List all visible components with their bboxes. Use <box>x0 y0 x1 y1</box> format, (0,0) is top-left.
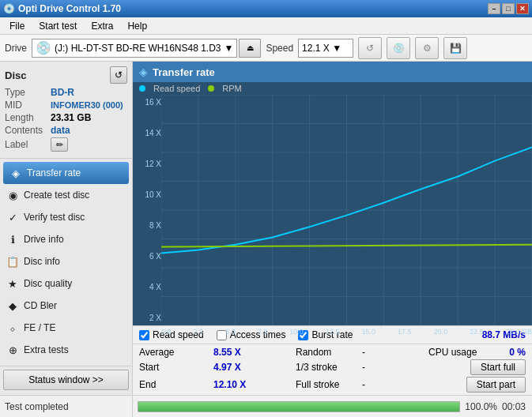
read-speed-legend-label: Read speed <box>153 84 200 93</box>
create-test-disc-icon: ◉ <box>6 189 19 201</box>
progress-percentage: 100.0% <box>465 401 497 412</box>
y-axis-labels: 16 X 14 X 12 X 10 X 8 X 6 X 4 X 2 X <box>133 95 161 325</box>
settings-button[interactable]: ⚙ <box>415 37 439 59</box>
status-window-label: Status window >> <box>28 374 104 385</box>
status-bar: Test completed 100.0% 00:03 <box>0 395 532 417</box>
x-label-7.5: 7.5 <box>258 328 268 336</box>
stats-row-2: Start 4.97 X 1/3 stroke - Start full <box>139 359 526 375</box>
speed-label: Speed <box>266 43 293 54</box>
end-label: End <box>139 379 210 390</box>
nav-item-fe-te[interactable]: ⬦ FE / TE <box>0 317 132 339</box>
disc-mid-label: MID <box>5 100 51 111</box>
y-label-10x: 10 X <box>133 190 161 199</box>
menu-bar: File Start test Extra Help <box>0 17 532 35</box>
stroke-1-3-value: - <box>362 362 425 373</box>
app-icon: 💿 <box>3 3 15 14</box>
menu-help[interactable]: Help <box>121 19 153 33</box>
disc-panel: Disc ↺ Type BD-R MID INFOMER30 (000) Len… <box>0 62 132 159</box>
x-label-25: 25.0 GB <box>506 328 532 336</box>
nav-item-extra-tests[interactable]: ⊕ Extra tests <box>0 339 132 361</box>
progress-bar-fill <box>138 402 459 411</box>
disc-mid-value: INFOMER30 (000) <box>51 100 123 110</box>
close-button[interactable]: ✕ <box>516 3 529 14</box>
y-label-16x: 16 X <box>133 98 161 107</box>
x-label-12.5: 12.5 <box>326 328 340 336</box>
stroke-1-3-label: 1/3 stroke <box>296 362 359 373</box>
y-label-6x: 6 X <box>133 252 161 261</box>
disc-type-label: Type <box>5 87 51 98</box>
disc-length-value: 23.31 GB <box>51 112 91 123</box>
transfer-rate-icon: ◈ <box>9 167 22 179</box>
progress-area: 100.0% 00:03 <box>133 396 532 417</box>
nav-item-transfer-rate[interactable]: ◈ Transfer rate <box>3 162 129 184</box>
menu-extra[interactable]: Extra <box>85 19 119 33</box>
random-value: - <box>362 347 425 358</box>
cd-bler-icon: ◆ <box>6 299 19 312</box>
disc-quality-icon: ★ <box>6 277 19 290</box>
minimize-button[interactable]: – <box>488 3 500 14</box>
cpu-usage-value: 0 % <box>509 347 526 358</box>
grid-lines <box>161 95 532 325</box>
stats-row-1: Average 8.55 X Random - CPU usage 0 % <box>139 347 526 358</box>
chart-icon: ◈ <box>139 66 148 78</box>
nav-item-disc-quality[interactable]: ★ Disc quality <box>0 272 132 295</box>
drive-name: (J:) HL-DT-ST BD-RE WH16NS48 1.D3 <box>55 43 221 54</box>
disc-length-label: Length <box>5 112 51 123</box>
save-button[interactable]: 💾 <box>443 37 467 59</box>
stats-row-3: End 12.10 X Full stroke - Start part <box>139 377 526 393</box>
main-layout: Disc ↺ Type BD-R MID INFOMER30 (000) Len… <box>0 62 532 395</box>
nav-disc-quality-label: Disc quality <box>24 278 72 289</box>
nav-item-drive-info[interactable]: ℹ Drive info <box>0 228 132 250</box>
read-speed-checkbox[interactable] <box>139 330 149 340</box>
start-part-button[interactable]: Start part <box>466 377 526 393</box>
nav-cd-bler-label: CD Bler <box>24 300 57 311</box>
drive-info-icon: ℹ <box>6 233 19 246</box>
label-edit-button[interactable]: ✏ <box>51 137 68 152</box>
full-stroke-label: Full stroke <box>296 379 359 390</box>
nav-item-disc-info[interactable]: 📋 Disc info <box>0 250 132 272</box>
chart-container: Read speed RPM 16 X 14 X 12 X 10 X 8 X 6… <box>133 82 532 325</box>
app-title: Opti Drive Control 1.70 <box>18 3 121 14</box>
cpu-usage-label: CPU usage <box>428 347 506 358</box>
nav-item-create-test-disc[interactable]: ◉ Create test disc <box>0 184 132 206</box>
nav-create-test-disc-label: Create test disc <box>24 190 89 201</box>
fe-te-icon: ⬦ <box>6 321 19 334</box>
test-completed-label: Test completed <box>5 401 69 412</box>
nav-fe-te-label: FE / TE <box>24 322 55 333</box>
nav-transfer-rate-label: Transfer rate <box>27 167 81 178</box>
random-label: Random <box>296 347 359 358</box>
x-label-15: 15.0 <box>362 328 376 336</box>
menu-file[interactable]: File <box>3 19 31 33</box>
nav-item-verify-test-disc[interactable]: ✓ Verify test disc <box>0 206 132 228</box>
status-window-button[interactable]: Status window >> <box>3 370 129 390</box>
drive-selector[interactable]: 💿 (J:) HL-DT-ST BD-RE WH16NS48 1.D3 ▼ <box>32 39 237 58</box>
refresh-button[interactable]: ↺ <box>358 37 382 59</box>
drive-label: Drive <box>5 43 27 54</box>
main-content: ◈ Transfer rate Read speed RPM 16 X 14 X… <box>133 62 532 395</box>
chart-header: ◈ Transfer rate <box>133 62 532 82</box>
disc-contents-label: Contents <box>5 125 51 136</box>
nav-item-cd-bler[interactable]: ◆ CD Bler <box>0 295 132 317</box>
disc-title: Disc <box>5 70 26 81</box>
speed-selector[interactable]: 12.1 X ▼ <box>298 39 353 58</box>
x-label-5: 5.0 <box>225 328 236 336</box>
average-value: 8.55 X <box>213 347 292 358</box>
start-full-button[interactable]: Start full <box>470 359 526 375</box>
chart-svg <box>161 95 532 325</box>
sidebar: Disc ↺ Type BD-R MID INFOMER30 (000) Len… <box>0 62 133 395</box>
eject-button[interactable]: ⏏ <box>239 39 261 58</box>
x-label-2.5: 2.5 <box>194 328 204 336</box>
chart-title: Transfer rate <box>153 66 215 78</box>
x-label-20: 20.0 <box>434 328 448 336</box>
disc-label-row: Label ✏ <box>5 137 127 152</box>
media-button[interactable]: 💿 <box>387 37 410 59</box>
read-speed-legend-dot <box>139 85 145 92</box>
disc-refresh-button[interactable]: ↺ <box>110 66 127 84</box>
maximize-button[interactable]: □ <box>502 3 515 14</box>
menu-start-test[interactable]: Start test <box>32 19 83 33</box>
elapsed-time: 00:03 <box>502 401 527 412</box>
disc-type-row: Type BD-R <box>5 87 127 98</box>
chart-legend: Read speed RPM <box>133 82 532 95</box>
y-label-8x: 8 X <box>133 221 161 230</box>
full-stroke-value: - <box>362 379 425 390</box>
